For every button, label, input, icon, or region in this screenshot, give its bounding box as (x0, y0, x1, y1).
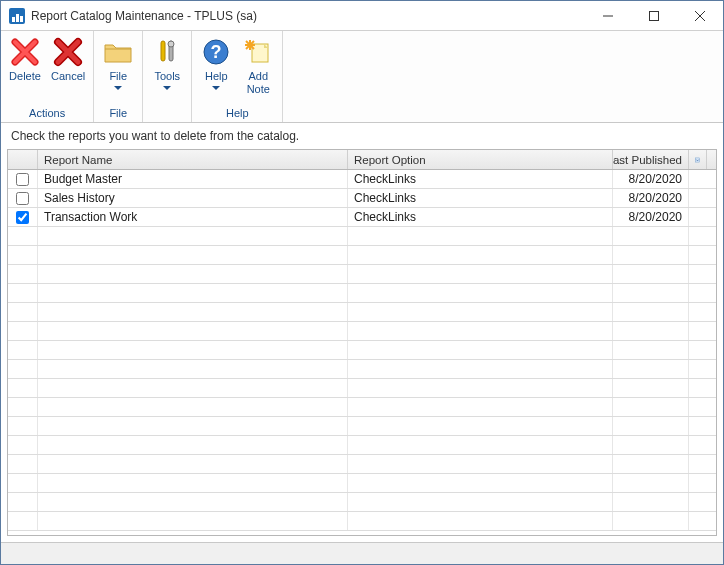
row-checkbox[interactable] (16, 173, 29, 186)
table-row-empty (8, 417, 716, 436)
app-icon (9, 8, 25, 24)
row-name: Sales History (38, 189, 348, 207)
table-row-empty (8, 512, 716, 531)
help-label: Help (205, 70, 228, 83)
tools-label: Tools (154, 70, 180, 83)
ribbon-toolbar: Delete Cancel Actions (1, 31, 723, 123)
table-row-empty (8, 265, 716, 284)
report-grid: Report Name Report Option Last Published… (7, 149, 717, 536)
delete-label: Delete (9, 70, 41, 83)
delete-button[interactable]: Delete (5, 33, 45, 83)
ribbon-group-help-label: Help (196, 105, 278, 122)
folder-icon (102, 36, 134, 68)
table-row-empty (8, 493, 716, 512)
cancel-label: Cancel (51, 70, 85, 83)
delete-x-icon (9, 36, 41, 68)
row-last-published: 8/20/2020 (613, 170, 689, 188)
row-checkbox-cell[interactable] (8, 170, 38, 188)
grid-header-last-published[interactable]: Last Published (613, 150, 689, 169)
ribbon-group-actions-label: Actions (5, 105, 89, 122)
row-checkbox[interactable] (16, 192, 29, 205)
instruction-text: Check the reports you want to delete fro… (1, 123, 723, 149)
cancel-button[interactable]: Cancel (47, 33, 89, 83)
row-name: Budget Master (38, 170, 348, 188)
table-row-empty (8, 246, 716, 265)
table-row-empty (8, 341, 716, 360)
cancel-x-icon (52, 36, 84, 68)
table-row-empty (8, 379, 716, 398)
ribbon-group-tools-label (147, 117, 187, 122)
file-label: File (109, 70, 127, 83)
ribbon-group-help: ? Help Add Note (192, 31, 283, 122)
minimize-button[interactable] (585, 1, 631, 31)
table-row-empty (8, 303, 716, 322)
grid-header-option[interactable]: Report Option (348, 150, 613, 169)
grid-header-menu-button[interactable] (689, 150, 707, 169)
ribbon-group-tools: Tools (143, 31, 192, 122)
row-checkbox-cell[interactable] (8, 208, 38, 226)
grid-header-name[interactable]: Report Name (38, 150, 348, 169)
row-option: CheckLinks (348, 189, 613, 207)
table-row-empty (8, 284, 716, 303)
svg-text:?: ? (211, 42, 222, 62)
chevron-down-icon (163, 86, 171, 90)
chevron-down-icon (114, 86, 122, 90)
add-note-button[interactable]: Add Note (238, 33, 278, 96)
file-button[interactable]: File (98, 33, 138, 90)
table-row-empty (8, 436, 716, 455)
tools-button[interactable]: Tools (147, 33, 187, 90)
add-note-label: Add Note (247, 70, 270, 96)
svg-rect-1 (650, 11, 659, 20)
grid-header-checkbox[interactable] (8, 150, 38, 169)
chevron-down-icon (212, 86, 220, 90)
ribbon-group-file: File File (94, 31, 143, 122)
row-name: Transaction Work (38, 208, 348, 226)
row-option: CheckLinks (348, 208, 613, 226)
svg-point-6 (168, 41, 174, 47)
table-row[interactable]: Budget MasterCheckLinks8/20/2020 (8, 170, 716, 189)
table-row-empty (8, 474, 716, 493)
help-icon: ? (200, 36, 232, 68)
row-last-published: 8/20/2020 (613, 208, 689, 226)
svg-rect-4 (161, 41, 165, 61)
row-checkbox-cell[interactable] (8, 189, 38, 207)
maximize-button[interactable] (631, 1, 677, 31)
tools-icon (151, 36, 183, 68)
row-last-published: 8/20/2020 (613, 189, 689, 207)
grid-header-row: Report Name Report Option Last Published (8, 150, 716, 170)
svg-rect-14 (695, 157, 699, 161)
help-button[interactable]: ? Help (196, 33, 236, 90)
add-note-icon (242, 36, 274, 68)
table-row-empty (8, 455, 716, 474)
ribbon-group-actions: Delete Cancel Actions (1, 31, 94, 122)
table-row-empty (8, 322, 716, 341)
close-button[interactable] (677, 1, 723, 31)
grid-body[interactable]: Budget MasterCheckLinks8/20/2020Sales Hi… (8, 170, 716, 535)
ribbon-group-file-label: File (98, 105, 138, 122)
window-title: Report Catalog Maintenance - TPLUS (sa) (31, 9, 257, 23)
row-option: CheckLinks (348, 170, 613, 188)
row-checkbox[interactable] (16, 211, 29, 224)
table-row[interactable]: Sales HistoryCheckLinks8/20/2020 (8, 189, 716, 208)
titlebar: Report Catalog Maintenance - TPLUS (sa) (1, 1, 723, 31)
table-row-empty (8, 398, 716, 417)
table-row-empty (8, 360, 716, 379)
status-bar (1, 542, 723, 564)
table-row[interactable]: Transaction WorkCheckLinks8/20/2020 (8, 208, 716, 227)
table-row-empty (8, 227, 716, 246)
